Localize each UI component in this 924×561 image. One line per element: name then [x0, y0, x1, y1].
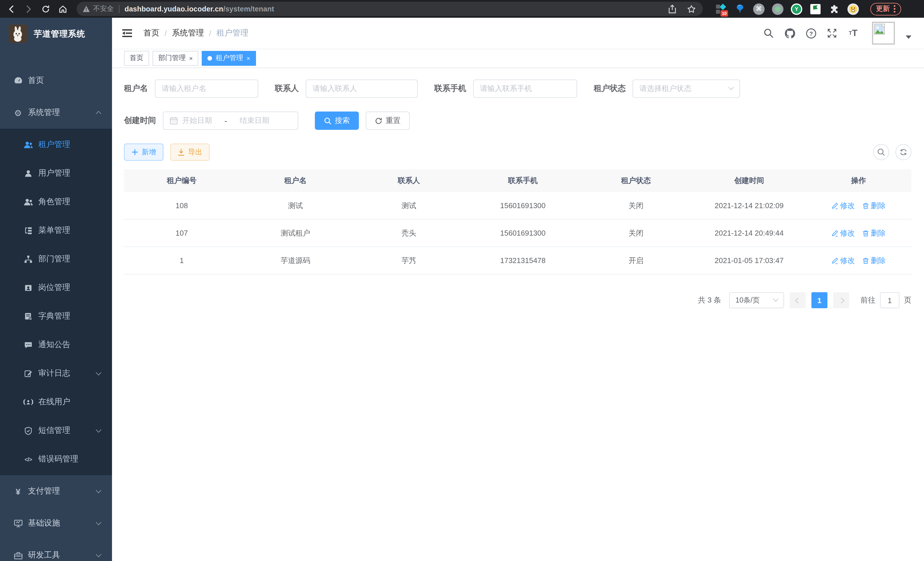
share-button[interactable] — [666, 3, 678, 15]
update-label: 更新 — [876, 4, 890, 14]
fullscreen-button[interactable] — [826, 27, 838, 39]
logo-row[interactable]: 芋道管理系统 — [0, 18, 112, 50]
page-size-select[interactable]: 10条/页 — [729, 292, 784, 308]
sidebar-collapse-button[interactable] — [121, 27, 133, 39]
sidebar-item-sms[interactable]: 短信管理 — [0, 416, 112, 445]
sidebar-item-label: 通知公告 — [38, 340, 70, 350]
chevron-left-icon — [795, 297, 801, 303]
sidebar-item-dict[interactable]: 字典管理 — [0, 302, 112, 331]
edit-link[interactable]: 修改 — [831, 228, 855, 238]
tab-close-icon[interactable]: × — [247, 55, 250, 62]
security-indicator[interactable]: 不安全 — [82, 4, 114, 14]
extension-flag[interactable] — [810, 3, 821, 15]
header-search-button[interactable] — [763, 27, 774, 39]
tag-tabs-bar: 首页 部门管理 × 租户管理 × — [112, 49, 924, 68]
command-icon: ⌘ — [753, 3, 765, 15]
show-search-toggle-button[interactable] — [873, 144, 889, 160]
sidebar-item-label: 系统管理 — [28, 108, 60, 118]
extension-command[interactable]: ⌘ — [753, 3, 765, 15]
sidebar-item-notice[interactable]: 通知公告 — [0, 331, 112, 359]
delete-link[interactable]: 删除 — [862, 228, 886, 238]
tab-close-icon[interactable]: × — [189, 55, 193, 62]
extension-puzzle[interactable] — [829, 3, 840, 15]
extension-yudao[interactable]: Y — [791, 3, 802, 15]
edit-link[interactable]: 修改 — [831, 255, 855, 266]
avatar-dropdown-caret[interactable] — [906, 35, 911, 39]
start-date-placeholder: 开始日期 — [182, 116, 212, 126]
address-bar[interactable]: 不安全 dashboard.yudao.iocoder.cn/system/te… — [76, 2, 703, 16]
sidebar-item-home[interactable]: 首页 — [0, 65, 112, 97]
breadcrumb-home[interactable]: 首页 — [143, 28, 159, 38]
sidebar-item-devtools[interactable]: 研发工具 — [0, 539, 112, 561]
org-chart-icon — [23, 255, 33, 263]
status-select[interactable]: 请选择租户状态 — [633, 80, 740, 98]
tenant-name-input[interactable]: 请输入租户名 — [155, 80, 258, 98]
date-range-input[interactable]: 开始日期 - 结束日期 — [163, 111, 298, 130]
sidebar-item-label: 字典管理 — [38, 311, 70, 321]
sidebar-item-user[interactable]: 用户管理 — [0, 159, 112, 188]
delete-link[interactable]: 删除 — [862, 200, 886, 211]
breadcrumb-system[interactable]: 系统管理 — [172, 28, 204, 38]
cell-name: 测试 — [239, 200, 351, 211]
url-path: /system/tenant — [224, 5, 274, 13]
sidebar-item-pay[interactable]: ¥ 支付管理 — [0, 475, 112, 507]
placeholder-text: 请输入租户名 — [162, 83, 206, 94]
sidebar-item-audit-log[interactable]: 审计日志 — [0, 359, 112, 388]
edit-link[interactable]: 修改 — [831, 200, 855, 211]
delete-link[interactable]: 删除 — [862, 255, 886, 266]
extension-avatar[interactable] — [848, 3, 859, 15]
sidebar-item-menu[interactable]: 菜单管理 — [0, 216, 112, 245]
browser-home-button[interactable] — [56, 2, 70, 16]
sidebar-item-tenant[interactable]: 租户管理 — [0, 130, 112, 159]
export-button[interactable]: 导出 — [170, 144, 210, 161]
extension-badge-count: 10 — [721, 10, 728, 16]
page-number-button[interactable]: 1 — [812, 292, 827, 308]
refresh-table-button[interactable] — [896, 144, 911, 160]
next-page-button[interactable] — [833, 292, 849, 308]
add-button[interactable]: 新增 — [124, 144, 164, 161]
help-button[interactable]: ? — [805, 27, 817, 39]
tab-home[interactable]: 首页 — [124, 51, 149, 65]
sidebar-item-post[interactable]: 岗位管理 — [0, 273, 112, 302]
cell-status: 开启 — [579, 255, 693, 266]
pencil-icon — [831, 230, 838, 236]
search-button[interactable]: 搜索 — [315, 111, 359, 130]
browser-reload-button[interactable] — [39, 2, 52, 16]
tab-tenant[interactable]: 租户管理 × — [202, 51, 256, 65]
screen: 不安全 dashboard.yudao.iocoder.cn/system/te… — [0, 0, 924, 561]
prev-page-button[interactable] — [790, 292, 806, 308]
sidebar-item-dept[interactable]: 部门管理 — [0, 245, 112, 273]
phone-input[interactable]: 请输入联系手机 — [473, 80, 577, 98]
sidebar-item-role[interactable]: 角色管理 — [0, 188, 112, 216]
tenant-table: 租户编号 租户名 联系人 联系手机 租户状态 创建时间 操作 108 测试 测试… — [124, 169, 911, 274]
grid-square — [716, 4, 720, 8]
sidebar-item-errcode[interactable]: </> 错误码管理 — [0, 445, 112, 474]
browser-menu-icon[interactable] — [894, 5, 896, 13]
extension-recorder[interactable] — [772, 3, 783, 15]
browser-back-button[interactable] — [4, 2, 18, 16]
sidebar-item-online-user[interactable]: 在线用户 — [0, 388, 112, 416]
url-text: dashboard.yudao.iocoder.cn/system/tenant — [124, 5, 274, 13]
sidebar-item-label: 用户管理 — [38, 168, 70, 178]
gear-icon: ⚙ — [13, 108, 23, 117]
user-avatar[interactable] — [872, 22, 895, 45]
browser-update-button[interactable]: 更新 — [870, 3, 901, 15]
sidebar-item-system[interactable]: ⚙ 系统管理 — [0, 97, 112, 129]
extension-balloon[interactable] — [734, 3, 746, 15]
browser-forward-button[interactable] — [22, 2, 35, 16]
sidebar-item-infra[interactable]: 基础设施 — [0, 507, 112, 539]
bookmark-star-button[interactable] — [686, 3, 697, 15]
share-icon — [668, 4, 676, 14]
goto-page-input[interactable] — [880, 292, 899, 308]
plus-icon — [131, 149, 138, 156]
sidebar: 芋道管理系统 首页 ⚙ 系统管理 — [0, 18, 112, 561]
edit-log-icon — [23, 369, 33, 378]
github-link-button[interactable] — [784, 27, 795, 39]
font-size-button[interactable]: TT — [848, 27, 859, 39]
extension-grid-badge[interactable]: 10 — [716, 3, 727, 15]
users-icon — [23, 198, 33, 206]
sidebar-item-label: 在线用户 — [38, 397, 70, 407]
contact-input[interactable]: 请输入联系人 — [306, 80, 418, 98]
tab-dept[interactable]: 部门管理 × — [153, 51, 199, 65]
reset-button[interactable]: 重置 — [366, 111, 410, 130]
